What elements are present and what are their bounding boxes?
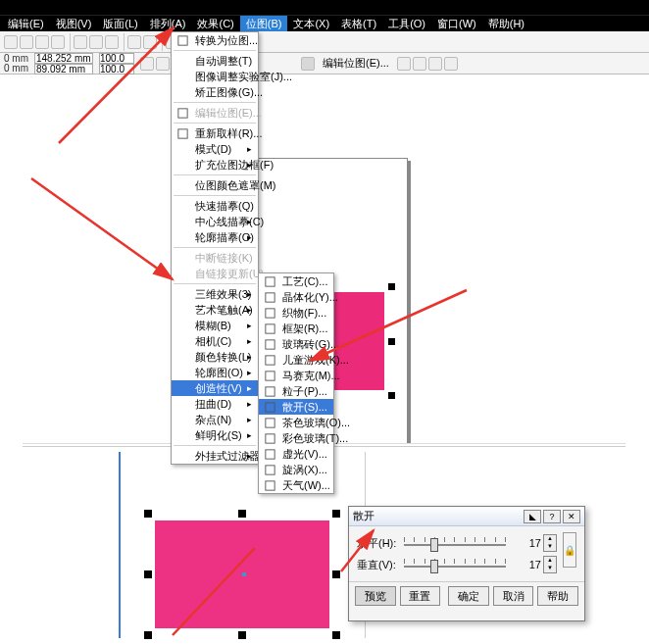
menu-item[interactable]: 模糊(B) bbox=[172, 318, 258, 333]
paste-icon[interactable] bbox=[105, 35, 119, 49]
save-icon[interactable] bbox=[35, 35, 49, 49]
menu-item[interactable]: 彩色玻璃(T)... bbox=[259, 430, 333, 446]
vertical-slider[interactable] bbox=[404, 557, 506, 572]
lock-icon[interactable]: 🔒 bbox=[563, 532, 576, 568]
menu-item[interactable]: 帮助(H) bbox=[482, 16, 530, 31]
menu-item[interactable]: 矫正图像(G)... bbox=[172, 84, 258, 100]
menu-item[interactable]: 重新取样(R)... bbox=[172, 125, 258, 141]
opt2-icon[interactable] bbox=[428, 57, 442, 71]
help-button[interactable]: 帮助 bbox=[537, 586, 578, 606]
height-input[interactable] bbox=[34, 64, 93, 74]
menu-item[interactable]: 中心线描摹(C) bbox=[172, 214, 258, 229]
toolbar-standard[interactable] bbox=[0, 31, 649, 53]
menu-item[interactable]: 窗口(W) bbox=[431, 16, 482, 31]
menu-item[interactable]: 快速描摹(Q) bbox=[172, 198, 258, 214]
menu-item[interactable]: 杂点(N) bbox=[172, 412, 258, 427]
menu-item[interactable]: 视图(V) bbox=[50, 16, 98, 31]
menu-item[interactable]: 粒子(P)... bbox=[259, 383, 333, 399]
menu-item[interactable]: 转换为位图... bbox=[172, 32, 258, 48]
menu-item[interactable]: 创造性(V) bbox=[172, 380, 258, 396]
menu-item-label: 玻璃砖(G)... bbox=[282, 337, 339, 352]
menu-item[interactable]: 天气(W)... bbox=[259, 477, 333, 493]
menu-item[interactable]: 散开(S)... bbox=[259, 399, 333, 415]
menu-item[interactable]: 工具(O) bbox=[382, 16, 431, 31]
expand-icon[interactable]: ◣ bbox=[524, 510, 541, 523]
menu-item[interactable]: 茶色玻璃(O)... bbox=[259, 415, 333, 430]
horizontal-slider[interactable] bbox=[404, 535, 506, 551]
menu-item[interactable]: 玻璃砖(G)... bbox=[259, 336, 333, 352]
cut-icon[interactable] bbox=[74, 35, 87, 49]
scale-x-input[interactable] bbox=[99, 53, 134, 64]
ok-button[interactable]: 确定 bbox=[448, 586, 489, 606]
copy-icon[interactable] bbox=[89, 35, 103, 49]
menu-item[interactable]: 自动调整(T) bbox=[172, 53, 258, 69]
menu-item[interactable]: 艺术笔触(A) bbox=[172, 302, 258, 318]
property-bar[interactable]: 0 mm 0 mm 编辑位图(E)... bbox=[0, 53, 649, 74]
menu-item[interactable]: 文本(X) bbox=[287, 16, 335, 31]
edit-bitmap-label[interactable]: 编辑位图(E)... bbox=[323, 56, 389, 71]
menu-item-label: 艺术笔触(A) bbox=[195, 303, 253, 318]
undo-icon[interactable] bbox=[127, 35, 141, 49]
opt3-icon[interactable] bbox=[444, 57, 458, 71]
menu-bar[interactable]: 编辑(E)视图(V)版面(L)排列(A)效果(C)位图(B)文本(X)表格(T)… bbox=[0, 16, 649, 31]
ruler-area bbox=[23, 452, 121, 638]
menu-item[interactable]: 扩充位图边框(F) bbox=[172, 157, 258, 173]
menu-item[interactable]: 相机(C) bbox=[172, 333, 258, 349]
menu-item[interactable]: 框架(R)... bbox=[259, 321, 333, 336]
menu-separator bbox=[174, 102, 256, 103]
lock-ratio-icon[interactable] bbox=[140, 57, 154, 71]
menu-item[interactable]: 表格(T) bbox=[335, 16, 382, 31]
menu-item[interactable]: 旋涡(X)... bbox=[259, 462, 333, 477]
menu-item[interactable]: 位图(B) bbox=[240, 16, 288, 31]
slider-thumb[interactable] bbox=[430, 560, 438, 573]
menu-item[interactable]: 儿童游戏(K)... bbox=[259, 352, 333, 368]
edit-bitmap-icon[interactable] bbox=[301, 57, 315, 71]
menu-item[interactable]: 扭曲(D) bbox=[172, 396, 258, 412]
print-icon[interactable] bbox=[51, 35, 65, 49]
menu-item[interactable]: 鲜明化(S) bbox=[172, 427, 258, 443]
menu-item-label: 工艺(C)... bbox=[282, 274, 327, 289]
menu-item[interactable]: 轮廓描摹(O) bbox=[172, 229, 258, 245]
convert-icon bbox=[175, 33, 189, 47]
horizontal-spinner[interactable]: ▲▼ bbox=[543, 534, 557, 552]
menu-item[interactable]: 版面(L) bbox=[97, 16, 143, 31]
menu-item[interactable]: 位图颜色遮罩(M) bbox=[172, 177, 258, 193]
rotate-icon[interactable] bbox=[156, 57, 170, 71]
trace-icon[interactable] bbox=[397, 57, 411, 71]
vertical-spinner[interactable]: ▲▼ bbox=[543, 556, 557, 573]
scale-y-input[interactable] bbox=[99, 64, 134, 74]
menu-item[interactable]: 效果(C) bbox=[191, 16, 239, 31]
close-icon[interactable]: ✕ bbox=[563, 510, 580, 523]
position-fields[interactable]: 0 mm 0 mm bbox=[4, 54, 28, 74]
width-input[interactable] bbox=[34, 53, 93, 64]
new-icon[interactable] bbox=[4, 35, 18, 49]
opt1-icon[interactable] bbox=[413, 57, 426, 71]
menu-item-label: 散开(S)... bbox=[282, 400, 327, 415]
menu-item[interactable]: 轮廓图(O) bbox=[172, 365, 258, 380]
menu-item[interactable]: 颜色转换(L) bbox=[172, 349, 258, 365]
menu-item[interactable]: 晶体化(Y)... bbox=[259, 289, 333, 305]
menu-item[interactable]: 工艺(C)... bbox=[259, 273, 333, 289]
menu-item[interactable]: 外挂式过滤器(P) bbox=[172, 448, 258, 464]
menu-item[interactable]: 图像调整实验室(J)... bbox=[172, 69, 258, 84]
sq-icon bbox=[263, 274, 276, 288]
redo-icon[interactable] bbox=[143, 35, 157, 49]
preview-button[interactable]: 预览 bbox=[355, 586, 396, 606]
slider-thumb[interactable] bbox=[430, 538, 438, 552]
menu-item[interactable]: 模式(D) bbox=[172, 141, 258, 157]
menu-item-label: 模式(D) bbox=[195, 142, 231, 157]
cancel-button[interactable]: 取消 bbox=[493, 586, 534, 606]
reset-button[interactable]: 重置 bbox=[400, 586, 441, 606]
scatter-dialog[interactable]: 散开 ◣ ? ✕ 水平(H): bbox=[348, 506, 585, 621]
dialog-titlebar[interactable]: 散开 ◣ ? ✕ bbox=[349, 507, 584, 526]
open-icon[interactable] bbox=[20, 35, 33, 49]
menu-item[interactable]: 虚光(V)... bbox=[259, 446, 333, 462]
menu-item[interactable]: 织物(F)... bbox=[259, 305, 333, 321]
menu-item[interactable]: 编辑(E) bbox=[2, 16, 50, 31]
menu-item[interactable]: 马赛克(M)... bbox=[259, 368, 333, 383]
creative-submenu-dropdown[interactable]: 工艺(C)...晶体化(Y)...织物(F)...框架(R)...玻璃砖(G).… bbox=[258, 272, 334, 494]
menu-item[interactable]: 三维效果(3) bbox=[172, 286, 258, 302]
help-icon[interactable]: ? bbox=[543, 510, 561, 523]
bitmap-menu-dropdown[interactable]: 转换为位图...自动调整(T)图像调整实验室(J)...矫正图像(G)...编辑… bbox=[171, 31, 259, 465]
menu-item[interactable]: 排列(A) bbox=[144, 16, 192, 31]
